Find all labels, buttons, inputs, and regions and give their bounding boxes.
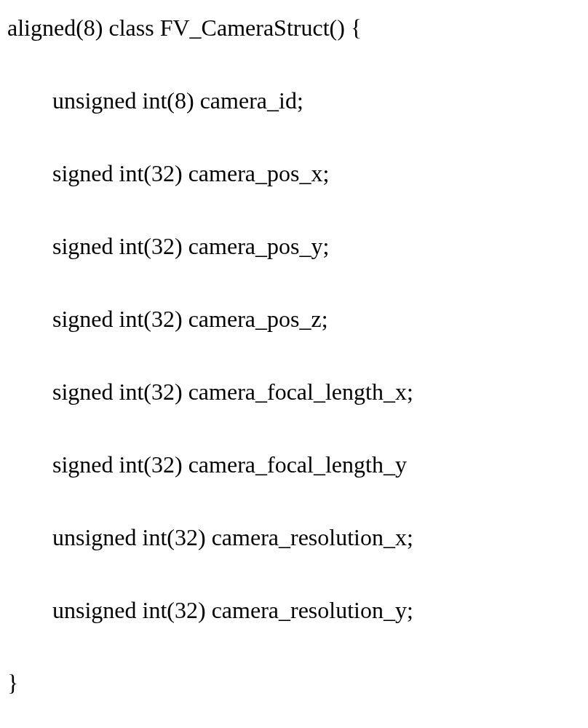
code-line-member: signed int(32) camera_pos_z;: [7, 307, 581, 331]
code-line-close-brace: }: [7, 671, 581, 695]
code-line-member: signed int(32) camera_pos_x;: [7, 162, 581, 185]
code-block: aligned(8) class FV_CameraStruct() { uns…: [0, 0, 588, 702]
code-line-member: signed int(32) camera_focal_length_y: [7, 453, 581, 476]
code-line-member: unsigned int(8) camera_id;: [7, 89, 581, 112]
code-line-declaration: aligned(8) class FV_CameraStruct() {: [7, 16, 581, 39]
code-line-member: unsigned int(32) camera_resolution_y;: [7, 598, 581, 622]
code-line-member: signed int(32) camera_focal_length_x;: [7, 380, 581, 403]
code-line-member: signed int(32) camera_pos_y;: [7, 234, 581, 258]
code-line-member: unsigned int(32) camera_resolution_x;: [7, 526, 581, 549]
